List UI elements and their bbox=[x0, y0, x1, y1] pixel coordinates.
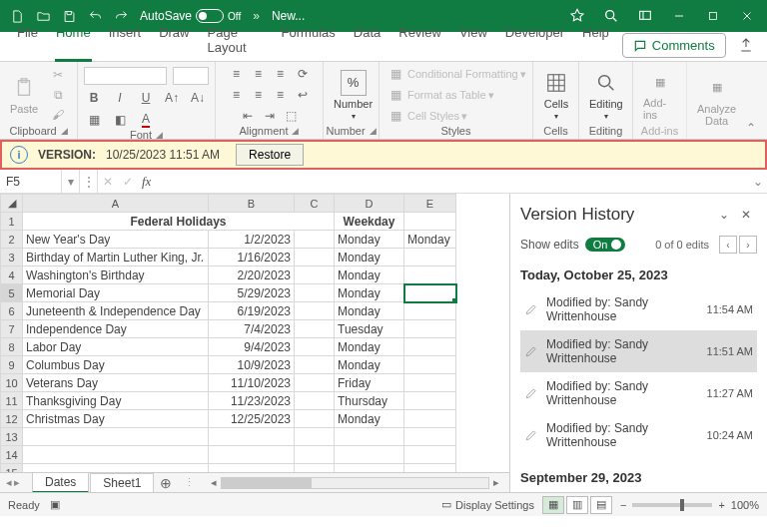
tab-insert[interactable]: Insert bbox=[100, 19, 151, 61]
row-header[interactable]: 6 bbox=[1, 302, 23, 320]
underline-button[interactable]: U bbox=[136, 89, 156, 107]
display-settings-label[interactable]: Display Settings bbox=[455, 499, 534, 511]
row-header[interactable]: 15 bbox=[1, 464, 23, 473]
font-color-icon[interactable]: A bbox=[136, 111, 156, 129]
cell[interactable]: 2/20/2023 bbox=[209, 266, 295, 284]
sheet-tab-dates[interactable]: Dates bbox=[32, 472, 89, 492]
cell[interactable] bbox=[209, 446, 295, 464]
addins-button[interactable]: ▦Add-ins bbox=[639, 67, 680, 123]
cell[interactable] bbox=[335, 428, 404, 446]
cell[interactable]: Monday bbox=[335, 302, 404, 320]
cell[interactable] bbox=[404, 464, 456, 473]
pane-close-icon[interactable]: ✕ bbox=[735, 204, 757, 226]
sheet-prev-icon[interactable]: ◂ bbox=[6, 476, 12, 489]
cell[interactable] bbox=[295, 284, 335, 302]
cell[interactable]: 11/10/2023 bbox=[209, 374, 295, 392]
cell-styles-button[interactable]: ▦Cell Styles ▾ bbox=[385, 107, 467, 125]
align-bottom-icon[interactable]: ≡ bbox=[271, 65, 291, 83]
zoom-control[interactable]: − + 100% bbox=[620, 499, 759, 511]
cell[interactable]: Veterans Day bbox=[23, 374, 209, 392]
enter-fx-icon[interactable]: ✓ bbox=[118, 170, 138, 193]
decrease-font-icon[interactable]: A↓ bbox=[188, 89, 208, 107]
tab-draw[interactable]: Draw bbox=[150, 19, 198, 61]
number-format-button[interactable]: %Number▾ bbox=[330, 68, 377, 123]
cell[interactable]: Independence Day bbox=[23, 320, 209, 338]
align-middle-icon[interactable]: ≡ bbox=[249, 65, 269, 83]
cell[interactable]: 1/2/2023 bbox=[209, 231, 295, 249]
cell[interactable] bbox=[209, 464, 295, 473]
add-sheet-icon[interactable]: ⊕ bbox=[154, 475, 178, 491]
launcher-icon[interactable]: ◢ bbox=[292, 126, 299, 136]
cell[interactable] bbox=[23, 464, 209, 473]
cell[interactable] bbox=[404, 213, 456, 231]
zoom-out-icon[interactable]: − bbox=[620, 499, 626, 511]
normal-view-icon[interactable]: ▦ bbox=[542, 496, 564, 514]
launcher-icon[interactable]: ◢ bbox=[370, 126, 377, 136]
align-center-icon[interactable]: ≡ bbox=[249, 86, 269, 104]
cell[interactable] bbox=[295, 374, 335, 392]
cell[interactable]: 5/29/2023 bbox=[209, 284, 295, 302]
page-layout-view-icon[interactable]: ▥ bbox=[566, 496, 588, 514]
comments-button[interactable]: Comments bbox=[622, 33, 726, 58]
analyze-data-button[interactable]: ▦Analyze Data bbox=[693, 73, 740, 129]
version-item[interactable]: Modified by: Sandy Writtenhouse11:27 AM bbox=[520, 372, 757, 414]
align-right-icon[interactable]: ≡ bbox=[271, 86, 291, 104]
collapse-ribbon-icon[interactable]: ⌃ bbox=[743, 62, 759, 139]
cell[interactable] bbox=[295, 231, 335, 249]
cell[interactable]: Memorial Day bbox=[23, 284, 209, 302]
row-header[interactable]: 5 bbox=[1, 284, 23, 302]
font-family-select[interactable] bbox=[84, 67, 167, 85]
cell[interactable] bbox=[295, 266, 335, 284]
pane-dropdown-icon[interactable]: ⌄ bbox=[713, 204, 735, 226]
tab-review[interactable]: Review bbox=[389, 19, 450, 61]
cell[interactable] bbox=[295, 428, 335, 446]
font-size-select[interactable] bbox=[173, 67, 209, 85]
sheet-next-icon[interactable]: ▸ bbox=[14, 476, 20, 489]
cells-button[interactable]: Cells▾ bbox=[539, 68, 573, 123]
cell[interactable] bbox=[404, 356, 456, 374]
cut-icon[interactable]: ✂ bbox=[48, 66, 68, 84]
border-icon[interactable]: ▦ bbox=[84, 111, 104, 129]
cell[interactable]: Friday bbox=[335, 374, 404, 392]
cell[interactable]: Thanksgiving Day bbox=[23, 392, 209, 410]
cell[interactable]: Columbus Day bbox=[23, 356, 209, 374]
cell[interactable] bbox=[404, 446, 456, 464]
cell[interactable]: Weekday bbox=[335, 213, 404, 231]
row-header[interactable]: 12 bbox=[1, 410, 23, 428]
cell[interactable]: Federal Holidays bbox=[23, 213, 335, 231]
increase-font-icon[interactable]: A↑ bbox=[162, 89, 182, 107]
horizontal-scrollbar[interactable]: ◂▸ bbox=[201, 476, 509, 490]
version-item[interactable]: Modified by: Sandy Writtenhouse12:02 PM bbox=[520, 491, 757, 492]
col-header-B[interactable]: B bbox=[209, 195, 295, 213]
show-edits-toggle[interactable]: On bbox=[585, 238, 626, 252]
cell[interactable] bbox=[295, 320, 335, 338]
cell[interactable]: New Year's Day bbox=[23, 231, 209, 249]
align-left-icon[interactable]: ≡ bbox=[227, 86, 247, 104]
format-painter-icon[interactable]: 🖌 bbox=[48, 106, 68, 124]
row-header[interactable]: 3 bbox=[1, 249, 23, 266]
cell[interactable] bbox=[295, 464, 335, 473]
cell[interactable]: Monday bbox=[335, 284, 404, 302]
tab-help[interactable]: Help bbox=[573, 19, 618, 61]
version-item[interactable]: Modified by: Sandy Writtenhouse11:51 AM bbox=[520, 330, 757, 372]
cell[interactable]: 10/9/2023 bbox=[209, 356, 295, 374]
col-header-E[interactable]: E bbox=[404, 195, 456, 213]
tab-file[interactable]: File bbox=[8, 19, 47, 61]
row-header[interactable]: 2 bbox=[1, 231, 23, 249]
decrease-indent-icon[interactable]: ⇤ bbox=[238, 107, 258, 125]
app-mode-icon[interactable] bbox=[631, 2, 659, 30]
formula-input[interactable] bbox=[155, 170, 749, 193]
cell[interactable] bbox=[335, 446, 404, 464]
name-box[interactable]: F5 bbox=[0, 170, 62, 193]
version-item[interactable]: Modified by: Sandy Writtenhouse11:54 AM bbox=[520, 288, 757, 330]
orientation-icon[interactable]: ⟳ bbox=[293, 65, 313, 83]
cell[interactable]: 6/19/2023 bbox=[209, 302, 295, 320]
row-header[interactable]: 10 bbox=[1, 374, 23, 392]
cell[interactable]: Thursday bbox=[335, 392, 404, 410]
cell[interactable] bbox=[404, 374, 456, 392]
cell[interactable]: 12/25/2023 bbox=[209, 410, 295, 428]
cell[interactable] bbox=[404, 428, 456, 446]
cell[interactable] bbox=[295, 446, 335, 464]
cell[interactable]: 1/16/2023 bbox=[209, 249, 295, 266]
cell[interactable] bbox=[404, 266, 456, 284]
